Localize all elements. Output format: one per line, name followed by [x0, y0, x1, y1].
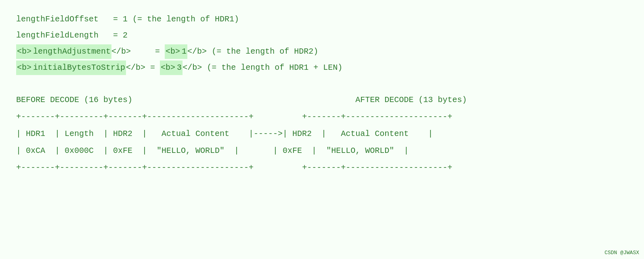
- line-length-field-offset: lengthFieldOffset = 1 (= the length of H…: [16, 12, 628, 27]
- before-bottom-sep: +-------+---------+-------+-------------…: [16, 161, 254, 175]
- text-equals-1: =: [131, 44, 165, 59]
- diagram-labels-row: BEFORE DECODE (16 bytes) AFTER DECODE (1…: [16, 93, 628, 107]
- spacer: [16, 77, 628, 89]
- before-top-sep: +-------+---------+-------+-------------…: [16, 110, 254, 124]
- highlight-open-b-2: <b>: [165, 44, 181, 59]
- highlight-length-adjustment: lengthAdjustment: [32, 44, 111, 59]
- close-b-4: </b>: [183, 61, 202, 75]
- highlight-open-b-4: <b>: [160, 61, 176, 75]
- label-spacer: [132, 93, 355, 107]
- close-b-1: </b>: [111, 44, 131, 59]
- before-header-content: | HDR1 | Length | HDR2 | Actual Content …: [16, 127, 433, 141]
- line-length-field-length: lengthFieldLength = 2: [16, 28, 628, 43]
- text-hdr1-len-comment: (= the length of HDR1 + LEN): [202, 61, 342, 75]
- sep-spacer: [254, 110, 302, 124]
- diagram-top-sep-row: +-------+---------+-------+-------------…: [16, 110, 628, 124]
- after-top-sep: +-------+---------------------+: [302, 110, 452, 124]
- highlight-value-1: 1: [181, 44, 187, 59]
- text-length-field-offset: lengthFieldOffset = 1 (= the length of H…: [16, 12, 239, 27]
- diagram-header-row: | HDR1 | Length | HDR2 | Actual Content …: [16, 127, 628, 141]
- line-initial-bytes: <b>initialBytesToStrip</b> = <b>3</b> (=…: [16, 61, 628, 75]
- diagram-bottom-sep-row: +-------+---------+-------+-------------…: [16, 161, 628, 175]
- highlight-value-2: 3: [176, 61, 183, 75]
- highlight-initial-bytes: initialBytesToStrip: [32, 61, 126, 75]
- before-decode-label: BEFORE DECODE (16 bytes): [16, 93, 132, 107]
- line-length-adjustment: <b>lengthAdjustment</b> = <b>1</b> (= th…: [16, 44, 628, 59]
- close-b-2: </b>: [187, 44, 207, 59]
- close-b-3: </b>: [126, 61, 145, 75]
- bottom-sep-spacer: [254, 161, 302, 175]
- diagram-section: BEFORE DECODE (16 bytes) AFTER DECODE (1…: [16, 93, 628, 175]
- highlight-open-b-3: <b>: [16, 61, 32, 75]
- highlight-open-b-1: <b>: [16, 44, 32, 59]
- after-decode-label: AFTER DECODE (13 bytes): [355, 93, 467, 107]
- watermark: CSDN @JWASX: [604, 250, 639, 256]
- text-equals-2: =: [145, 61, 160, 75]
- after-bottom-sep: +-------+---------------------+: [302, 161, 452, 175]
- text-length-field-length: lengthFieldLength = 2: [16, 28, 128, 43]
- before-data-content: | 0xCA | 0x000C | 0xFE | "HELLO, WORLD" …: [16, 144, 409, 158]
- code-block: lengthFieldOffset = 1 (= the length of H…: [16, 12, 628, 175]
- text-hdr2-comment: (= the length of HDR2): [207, 44, 318, 59]
- diagram-data-row: | 0xCA | 0x000C | 0xFE | "HELLO, WORLD" …: [16, 144, 628, 158]
